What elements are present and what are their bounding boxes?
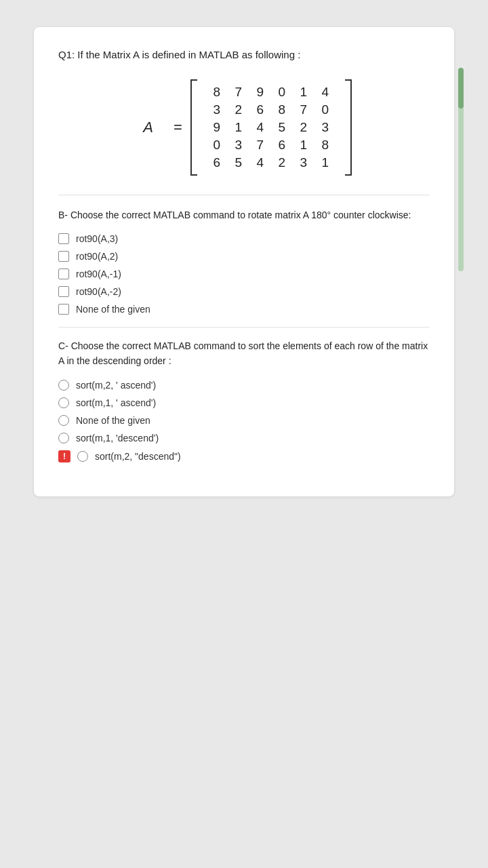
radio-c1[interactable] xyxy=(58,380,69,391)
list-item[interactable]: rot90(A,-2) xyxy=(58,286,430,297)
matrix-cell: 1 xyxy=(318,155,333,170)
option-label-b4: rot90(A,-2) xyxy=(76,286,121,297)
matrix-cell: 0 xyxy=(209,138,224,153)
list-item[interactable]: rot90(A,-1) xyxy=(58,269,430,279)
matrix-cell: 3 xyxy=(231,138,246,153)
checkbox-b2[interactable] xyxy=(58,251,69,262)
checkbox-b1[interactable] xyxy=(58,233,69,244)
matrix-label: A xyxy=(143,119,153,136)
list-item[interactable]: sort(m,1, 'descend') xyxy=(58,433,430,443)
matrix-cell: 2 xyxy=(231,102,246,117)
matrix-cell: 4 xyxy=(253,155,268,170)
radio-c5[interactable] xyxy=(77,451,88,462)
section-c-options: sort(m,2, ' ascend')sort(m,1, ' ascend')… xyxy=(58,380,430,462)
matrix-section: A = 879014326870914523037618654231 xyxy=(58,79,430,176)
list-item[interactable]: !sort(m,2, "descend") xyxy=(58,450,430,462)
list-item[interactable]: rot90(A,3) xyxy=(58,233,430,244)
matrix-cell: 7 xyxy=(253,138,268,153)
list-item[interactable]: sort(m,2, ' ascend') xyxy=(58,380,430,391)
option-label-c4: sort(m,1, 'descend') xyxy=(76,433,159,443)
radio-c3[interactable] xyxy=(58,415,69,426)
matrix-cell: 0 xyxy=(274,85,289,100)
radio-c4[interactable] xyxy=(58,433,69,443)
matrix-cell: 7 xyxy=(296,102,311,117)
matrix-cell: 6 xyxy=(274,138,289,153)
bracket-right xyxy=(345,79,352,176)
option-label-c5: sort(m,2, "descend") xyxy=(95,451,181,462)
option-label-c2: sort(m,1, ' ascend') xyxy=(76,397,156,408)
divider-2 xyxy=(58,327,430,328)
matrix-cell: 2 xyxy=(296,120,311,135)
matrix-cell: 2 xyxy=(274,155,289,170)
section-c: C- Choose the correct MATLAB command to … xyxy=(58,327,430,462)
divider-1 xyxy=(58,195,430,195)
matrix-cell: 5 xyxy=(231,155,246,170)
matrix-table: 879014326870914523037618654231 xyxy=(197,79,345,176)
checkbox-b4[interactable] xyxy=(58,286,69,297)
list-item[interactable]: rot90(A,2) xyxy=(58,251,430,262)
scrollbar-thumb[interactable] xyxy=(458,68,464,108)
option-label-b3: rot90(A,-1) xyxy=(76,269,121,279)
matrix-cell: 3 xyxy=(209,102,224,117)
matrix-cell: 0 xyxy=(318,102,333,117)
matrix-cell: 9 xyxy=(253,85,268,100)
matrix-cell: 6 xyxy=(209,155,224,170)
matrix-cell: 1 xyxy=(231,120,246,135)
list-item[interactable]: None of the given xyxy=(58,415,430,426)
quiz-card: Q1: If the Matrix A is defined in MATLAB… xyxy=(34,27,454,496)
matrix-cell: 3 xyxy=(296,155,311,170)
radio-c2[interactable] xyxy=(58,397,69,408)
matrix-wrapper: 879014326870914523037618654231 xyxy=(197,79,345,176)
section-c-title: C- Choose the correct MATLAB command to … xyxy=(58,338,430,369)
matrix-cell: 5 xyxy=(274,120,289,135)
matrix-cell: 8 xyxy=(274,102,289,117)
option-label-c3: None of the given xyxy=(76,415,150,426)
alert-icon: ! xyxy=(58,450,70,462)
matrix-cell: 3 xyxy=(318,120,333,135)
matrix-cell: 6 xyxy=(253,102,268,117)
section-b: B- Choose the correct MATLAB command to … xyxy=(58,208,430,315)
matrix-cell: 8 xyxy=(209,85,224,100)
checkbox-b3[interactable] xyxy=(58,269,69,279)
section-b-options: rot90(A,3)rot90(A,2)rot90(A,-1)rot90(A,-… xyxy=(58,233,430,315)
matrix-cell: 1 xyxy=(296,138,311,153)
equals-sign: = xyxy=(174,119,182,136)
checkbox-b5[interactable] xyxy=(58,304,69,315)
option-label-b1: rot90(A,3) xyxy=(76,233,118,244)
matrix-cell: 7 xyxy=(231,85,246,100)
matrix-cell: 9 xyxy=(209,120,224,135)
option-label-c1: sort(m,2, ' ascend') xyxy=(76,380,156,391)
bracket-left xyxy=(190,79,197,176)
matrix-cell: 1 xyxy=(296,85,311,100)
matrix-cell: 4 xyxy=(253,120,268,135)
matrix-cell: 8 xyxy=(318,138,333,153)
option-label-b5: None of the given xyxy=(76,304,150,315)
list-item[interactable]: None of the given xyxy=(58,304,430,315)
list-item[interactable]: sort(m,1, ' ascend') xyxy=(58,397,430,408)
scrollbar[interactable] xyxy=(458,68,464,271)
matrix-cell: 4 xyxy=(318,85,333,100)
section-b-title: B- Choose the correct MATLAB command to … xyxy=(58,208,430,222)
option-label-b2: rot90(A,2) xyxy=(76,251,118,262)
question-title: Q1: If the Matrix A is defined in MATLAB… xyxy=(58,47,430,63)
